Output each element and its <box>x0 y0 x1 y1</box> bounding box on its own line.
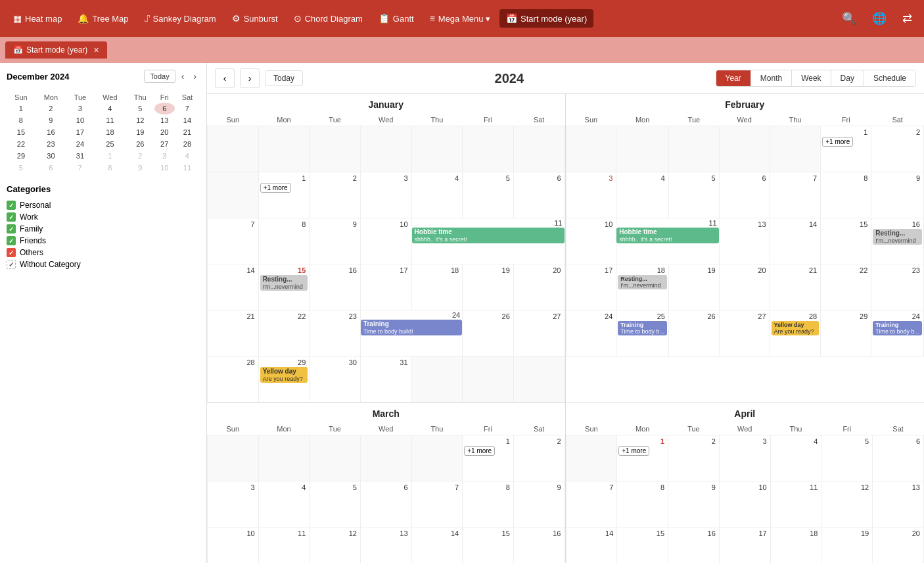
apr-5[interactable]: 5 <box>821 435 873 481</box>
mini-cal-cell[interactable]: 5 <box>126 103 154 114</box>
mini-cal-cell[interactable]: 19 <box>126 126 154 138</box>
apr-9[interactable]: 9 <box>668 481 720 527</box>
mini-cal-cell[interactable]: 1 <box>94 150 126 162</box>
feb-7[interactable]: 7 <box>770 172 821 218</box>
jan-10[interactable]: 10 <box>360 218 411 264</box>
jan-11[interactable]: 11 Hobbie timeshhhh.. It's a secret! <box>411 218 565 264</box>
jan-19[interactable]: 19 <box>463 264 514 310</box>
mini-cal-cell[interactable]: 18 <box>94 126 126 138</box>
mini-cal-cell[interactable]: 3 <box>66 103 94 114</box>
mini-cal-cell[interactable]: 10 <box>66 114 94 126</box>
jan-7[interactable]: 7 <box>208 218 259 264</box>
mini-cal-cell[interactable]: 21 <box>175 126 200 138</box>
mini-cal-cell[interactable]: 2 <box>126 150 154 162</box>
mar-4[interactable]: 4 <box>258 481 310 527</box>
feb-15[interactable]: 15 <box>821 218 871 264</box>
apr-18[interactable]: 18 <box>770 527 821 564</box>
jan-9[interactable]: 9 <box>310 218 361 264</box>
category-item[interactable]: ✓Others <box>7 247 200 258</box>
mar-12[interactable]: 12 <box>310 527 361 564</box>
jan-cell[interactable] <box>463 126 514 172</box>
apr-2[interactable]: 2 <box>668 435 720 481</box>
mar-1[interactable]: 1 +1 more <box>463 435 514 481</box>
jan-30[interactable]: 30 <box>310 356 361 403</box>
category-item[interactable]: ✓Without Category <box>7 258 200 270</box>
event-more[interactable]: +1 more <box>464 446 495 456</box>
feb-1[interactable]: 1 +1 more <box>821 126 871 172</box>
category-checkbox[interactable]: ✓ <box>7 260 16 269</box>
nav-startmode[interactable]: 📅 Start mode (year) <box>499 9 593 28</box>
jan-cell[interactable] <box>360 126 411 172</box>
feb-20[interactable]: 20 <box>719 264 770 310</box>
mini-cal-cell[interactable]: 15 <box>7 126 35 138</box>
search-icon[interactable]: 🔍 <box>837 9 862 28</box>
mar-8[interactable]: 8 <box>463 481 514 527</box>
mini-cal-cell[interactable]: 5 <box>7 162 35 174</box>
apr-10[interactable]: 10 <box>719 481 770 527</box>
mar-15[interactable]: 15 <box>463 527 514 564</box>
jan-29[interactable]: 29 Yellow dayAre you ready? <box>258 356 310 403</box>
feb-27[interactable]: 27 <box>719 310 770 356</box>
mini-cal-cell[interactable]: 27 <box>154 138 175 150</box>
feb-2[interactable]: 2 <box>871 126 924 172</box>
nav-heatmap[interactable]: ▦ Heat map <box>7 9 68 28</box>
apr-12[interactable]: 12 <box>821 481 873 527</box>
jan-15[interactable]: 15 Resting...I'm...nevermind <box>258 264 310 310</box>
jan-cell[interactable] <box>513 356 565 403</box>
mar-3[interactable]: 3 <box>208 481 259 527</box>
mar-cell[interactable] <box>360 435 411 481</box>
mini-cal-cell[interactable]: 31 <box>66 150 94 162</box>
apr-6[interactable]: 6 <box>873 435 924 481</box>
event-more[interactable]: +1 more <box>822 137 853 147</box>
feb-3[interactable]: 3 <box>566 172 616 218</box>
mar-cell[interactable] <box>258 435 310 481</box>
apr-15[interactable]: 15 <box>617 527 668 564</box>
mar-14[interactable]: 14 <box>411 527 463 564</box>
mini-cal-cell[interactable]: 24 <box>66 138 94 150</box>
mini-today-button[interactable]: Today <box>144 70 175 83</box>
category-item[interactable]: ✓Work <box>7 211 200 223</box>
feb-18[interactable]: 18 Resting...I'm...nevermind <box>616 264 669 310</box>
event-resting[interactable]: Resting...I'm...nevermind <box>260 275 308 291</box>
apr-4[interactable]: 4 <box>770 435 821 481</box>
mar-5[interactable]: 5 <box>310 481 361 527</box>
feb-5[interactable]: 5 <box>668 172 719 218</box>
feb-25[interactable]: 25 TrainingTime to body b... <box>616 310 669 356</box>
mini-cal-cell[interactable]: 3 <box>154 150 175 162</box>
mini-cal-cell[interactable]: 29 <box>7 150 35 162</box>
category-checkbox[interactable]: ✓ <box>7 236 16 245</box>
jan-4[interactable]: 4 <box>411 172 463 218</box>
mar-cell[interactable] <box>310 435 361 481</box>
nav-sunburst[interactable]: ⚙ Sunburst <box>225 9 285 28</box>
feb-19[interactable]: 19 <box>668 264 719 310</box>
feb-4[interactable]: 4 <box>616 172 669 218</box>
jan-8[interactable]: 8 <box>258 218 310 264</box>
jan-26[interactable]: 26 <box>463 310 514 356</box>
event-training3[interactable]: TrainingTime to body b... <box>618 321 667 335</box>
feb-6[interactable]: 6 <box>719 172 770 218</box>
feb-14[interactable]: 14 <box>770 218 821 264</box>
jan-cell[interactable] <box>411 126 463 172</box>
jan-14[interactable]: 14 <box>208 264 259 310</box>
view-month-button[interactable]: Month <box>751 70 792 86</box>
apr-16[interactable]: 16 <box>668 527 720 564</box>
mar-11[interactable]: 11 <box>258 527 310 564</box>
feb-cell[interactable] <box>616 126 669 172</box>
event-yellow[interactable]: Yellow dayAre you ready? <box>260 367 308 383</box>
event-hobbie2[interactable]: Hobbie timeshhhh.. It's a secret! <box>616 228 718 243</box>
mini-cal-cell[interactable]: 9 <box>126 162 154 174</box>
cal-next-button[interactable]: › <box>240 68 260 88</box>
view-year-button[interactable]: Year <box>716 70 751 86</box>
mini-cal-cell[interactable]: 8 <box>7 114 35 126</box>
feb-11[interactable]: 11 Hobbie timeshhhh.. It's a secret! <box>616 218 719 264</box>
jan-23[interactable]: 23 <box>310 310 361 356</box>
mar-7[interactable]: 7 <box>411 481 463 527</box>
nav-megamenu[interactable]: ≡ Mega Menu ▾ <box>423 9 497 28</box>
feb-cell[interactable] <box>719 126 770 172</box>
apr-20[interactable]: 20 <box>873 527 924 564</box>
jan-18[interactable]: 18 <box>411 264 463 310</box>
mini-cal-cell[interactable]: 2 <box>35 103 66 114</box>
apr-3[interactable]: 3 <box>719 435 770 481</box>
feb-cell[interactable] <box>668 126 719 172</box>
jan-21[interactable]: 21 <box>208 310 259 356</box>
